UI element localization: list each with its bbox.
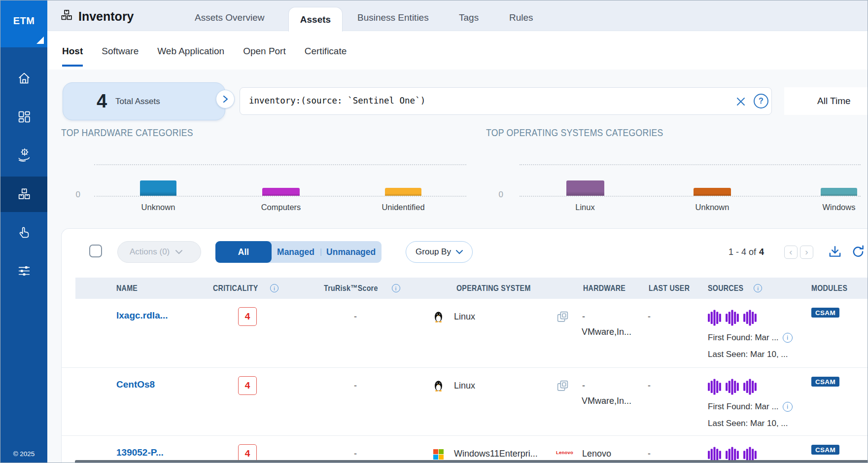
refresh-icon[interactable] bbox=[851, 244, 866, 259]
windows-icon bbox=[433, 449, 444, 460]
modules-cell: CSAM bbox=[811, 308, 839, 318]
page-title-wrap: Inventory bbox=[60, 8, 134, 24]
first-found-text: First Found: Mar ...i bbox=[708, 402, 793, 412]
total-assets-card[interactable]: 4 Total Assets bbox=[63, 82, 225, 120]
asset-name-link[interactable]: lxagc.rdla... bbox=[116, 310, 168, 321]
risk-gear-hand-icon bbox=[17, 147, 32, 162]
modules-cell: CSAM bbox=[811, 445, 839, 455]
asset-name-link[interactable]: CentOs8 bbox=[116, 379, 155, 390]
sentinelone-icon[interactable] bbox=[743, 310, 757, 328]
filter-all-button[interactable]: All bbox=[215, 241, 272, 263]
sidebar-item-inventory[interactable] bbox=[0, 177, 47, 212]
last-user-value: - bbox=[648, 312, 651, 322]
filter-managed-button[interactable]: Managed bbox=[272, 247, 320, 257]
column-header-last-user[interactable]: LAST USER bbox=[649, 278, 697, 299]
hardware-detail: VMware,In... bbox=[582, 396, 631, 406]
next-page-button[interactable]: › bbox=[800, 246, 813, 259]
linux-icon bbox=[433, 310, 444, 324]
select-all-checkbox[interactable] bbox=[89, 245, 102, 257]
last-user-value: - bbox=[648, 449, 651, 459]
asset-name-link[interactable]: 139052-P... bbox=[116, 447, 164, 458]
dashboard-icon bbox=[17, 109, 32, 124]
modules-cell: CSAM bbox=[811, 377, 839, 387]
expand-summary-button[interactable] bbox=[216, 90, 235, 108]
search-input[interactable]: inventory:(source: `Sentinel One`) ? bbox=[240, 87, 772, 115]
chevron-down-icon bbox=[175, 250, 182, 254]
sentinelone-icon[interactable] bbox=[726, 379, 739, 397]
info-icon[interactable]: i bbox=[783, 333, 793, 343]
info-icon[interactable]: i bbox=[392, 284, 400, 292]
tab-business-entities[interactable]: Business Entities bbox=[357, 12, 429, 23]
criticality-badge: 4 bbox=[238, 307, 257, 326]
info-icon[interactable]: i bbox=[754, 284, 762, 292]
previous-page-button[interactable]: ‹ bbox=[784, 246, 798, 259]
etm-logo[interactable]: ETM bbox=[0, 0, 47, 47]
chart-baseline bbox=[520, 196, 861, 197]
inventory-boxes-icon bbox=[60, 8, 73, 24]
hand-pointer-icon bbox=[17, 225, 32, 240]
column-header-criticality[interactable]: CRITICALITYi bbox=[213, 278, 278, 299]
clear-search-icon[interactable] bbox=[736, 97, 746, 107]
subnav-software[interactable]: Software bbox=[102, 34, 139, 67]
group-by-dropdown[interactable]: Group By bbox=[406, 241, 473, 263]
actions-label: Actions (0) bbox=[130, 247, 170, 257]
trurisk-score-value: - bbox=[354, 449, 357, 459]
chart-zero-label: 0 bbox=[69, 190, 80, 200]
subnav-certificate[interactable]: Certificate bbox=[305, 34, 347, 67]
bar-label-unidentified: Unidentified bbox=[364, 203, 443, 212]
filter-unmanaged-button[interactable]: Unmanaged bbox=[322, 247, 380, 257]
actions-dropdown[interactable]: Actions (0) bbox=[117, 241, 201, 263]
subnav-open-port[interactable]: Open Port bbox=[243, 34, 286, 67]
etm-logo-text: ETM bbox=[0, 15, 47, 27]
sidebar-item-home[interactable] bbox=[0, 61, 47, 96]
subnav-host[interactable]: Host bbox=[62, 34, 83, 67]
tab-rules[interactable]: Rules bbox=[509, 12, 533, 23]
group-by-label: Group By bbox=[416, 247, 451, 257]
download-icon[interactable] bbox=[828, 245, 842, 259]
last-user-value: - bbox=[648, 381, 651, 391]
managed-filter-segmented: All Managed | Unmanaged bbox=[215, 241, 382, 263]
sentinelone-icon[interactable] bbox=[708, 310, 721, 328]
etm-fold-triangle bbox=[36, 36, 44, 44]
module-badge-csam: CSAM bbox=[811, 308, 839, 318]
pagination-total: 4 bbox=[756, 247, 764, 257]
time-range-label: All Time bbox=[784, 96, 851, 107]
time-range-selector[interactable]: All Time bbox=[784, 87, 868, 115]
hardware-value: - bbox=[582, 381, 585, 391]
sidebar-item-configuration[interactable] bbox=[0, 253, 47, 288]
header-band: Inventory Assets OverviewAssetsBusiness … bbox=[47, 0, 868, 31]
sidebar-item-response[interactable] bbox=[0, 214, 47, 250]
criticality-badge: 4 bbox=[238, 376, 257, 395]
column-header-operating-system[interactable]: OPERATING SYSTEM bbox=[456, 278, 545, 299]
sentinelone-icon[interactable] bbox=[726, 310, 739, 328]
search-help-icon[interactable]: ? bbox=[754, 94, 768, 108]
copyright-label: © 2025 bbox=[0, 450, 47, 458]
column-header-modules[interactable]: MODULES bbox=[811, 278, 854, 299]
total-assets-label: Total Assets bbox=[115, 97, 160, 107]
sidebar-item-dashboards[interactable] bbox=[0, 99, 47, 135]
info-icon[interactable]: i bbox=[783, 402, 793, 412]
tab-assets-overview[interactable]: Assets Overview bbox=[195, 12, 264, 23]
column-header-name[interactable]: NAME bbox=[116, 278, 141, 299]
sentinelone-icon[interactable] bbox=[743, 379, 757, 397]
sources-icons bbox=[708, 379, 757, 397]
column-header-sources[interactable]: SOURCESi bbox=[708, 278, 762, 299]
column-header-hardware[interactable]: HARDWARE bbox=[583, 278, 634, 299]
app-window: ETM © 2025 Inventory Assets OverviewAsse… bbox=[0, 0, 868, 463]
last-seen-text: Last Seen: Mar 10, ... bbox=[708, 350, 788, 359]
bar-label-unknown: Unknown bbox=[119, 203, 198, 212]
sentinelone-icon[interactable] bbox=[708, 379, 721, 397]
first-found-text: First Found: Mar ...i bbox=[708, 333, 793, 343]
sidebar-item-risk-management[interactable] bbox=[0, 137, 47, 173]
subnav-web-application[interactable]: Web Application bbox=[157, 34, 224, 67]
bar-linux bbox=[566, 180, 604, 196]
last-seen-text: Last Seen: Mar 10, ... bbox=[708, 419, 788, 428]
column-header-trurisk-score[interactable]: TruRisk™Scorei bbox=[324, 278, 400, 299]
trurisk-score-value: - bbox=[354, 312, 357, 322]
info-icon[interactable]: i bbox=[270, 284, 278, 292]
horizontal-scrollbar[interactable] bbox=[75, 460, 868, 463]
module-badge-csam: CSAM bbox=[811, 377, 839, 387]
tab-tags[interactable]: Tags bbox=[459, 12, 479, 23]
tab-assets[interactable]: Assets bbox=[288, 7, 343, 32]
table-row: lxagc.rdla...4-Linux-VMware,In...-First … bbox=[61, 299, 868, 367]
